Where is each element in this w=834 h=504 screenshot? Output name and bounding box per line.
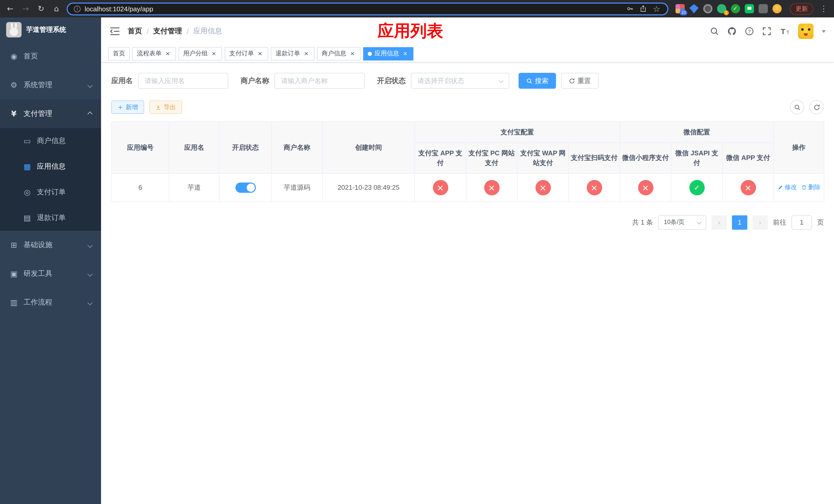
page-unit-label: 页	[817, 217, 824, 227]
tag-home[interactable]: 首页	[108, 47, 130, 60]
sidebar-menu: 首页 系统管理 支付管理 商户信息	[0, 42, 101, 317]
sidebar-item-dev-tools[interactable]: 研发工具	[0, 259, 101, 288]
col-group-wechat: 微信配置	[620, 122, 774, 142]
sidebar-item-merchant-info[interactable]: 商户信息	[0, 128, 101, 154]
page-content: 应用名 商户名称 开启状态 请选择开启状态 搜索	[101, 63, 834, 504]
sidebar-item-infrastructure[interactable]: 基础设施	[0, 231, 101, 259]
sidebar-item-workflow[interactable]: 工作流程	[0, 288, 101, 317]
screen: localhost:1024/pay/app 10 1 更新	[0, 0, 834, 504]
user-dropdown-caret-icon[interactable]	[822, 30, 826, 32]
dark-circle-extension-icon[interactable]	[703, 4, 712, 13]
col-header-merchant: 商户名称	[271, 122, 322, 173]
table-toolbar: 新增 导出	[111, 100, 824, 114]
close-icon[interactable]	[349, 50, 356, 57]
address-bar[interactable]: localhost:1024/pay/app	[67, 2, 668, 15]
blue-gem-extension-icon[interactable]	[689, 4, 699, 13]
edit-link[interactable]: 修改	[777, 183, 797, 192]
yen-icon	[9, 109, 19, 118]
sidebar-item-payment-management[interactable]: 支付管理	[0, 99, 101, 128]
col-header-alipay-qr: 支付宝扫码支付	[569, 142, 620, 173]
table-row: 6 芋道 芋道源码 2021-10-23 08:49:25	[112, 173, 824, 202]
close-icon[interactable]	[257, 50, 264, 57]
home-icon[interactable]	[51, 4, 62, 13]
delete-link[interactable]: 删除	[801, 183, 820, 192]
site-info-icon[interactable]	[74, 5, 81, 12]
sidebar-toggle-button[interactable]	[109, 26, 120, 37]
app-shell: 芋道管理系统 首页 系统管理 支付管理	[0, 18, 834, 504]
close-icon[interactable]	[210, 50, 218, 57]
breadcrumb-home[interactable]: 首页	[128, 27, 142, 36]
cell-wechat-jsapi	[671, 173, 722, 202]
sidebar-item-app-info[interactable]: 应用信息	[0, 154, 101, 180]
app-name-label: 应用名	[111, 76, 133, 85]
goto-page-input[interactable]	[791, 215, 812, 229]
password-key-icon[interactable]	[625, 4, 635, 13]
back-icon[interactable]	[5, 4, 15, 13]
search-icon[interactable]	[710, 26, 719, 36]
export-button[interactable]: 导出	[149, 100, 182, 114]
reset-button[interactable]: 重置	[561, 73, 598, 89]
green-avatar-extension-icon[interactable]: 1	[717, 4, 726, 13]
breadcrumb-payment[interactable]: 支付管理	[153, 27, 182, 36]
status-select[interactable]: 请选择开启状态	[411, 73, 509, 89]
tag-merchant-info[interactable]: 商户信息	[317, 47, 360, 60]
font-size-icon[interactable]: TT	[780, 26, 790, 36]
close-icon[interactable]	[164, 50, 171, 57]
tag-refund-orders[interactable]: 退款订单	[271, 47, 314, 60]
green-square-extension-icon[interactable]	[745, 4, 754, 13]
status-toggle[interactable]	[235, 182, 256, 192]
sidebar-item-home[interactable]: 首页	[0, 42, 101, 71]
browser-chrome: localhost:1024/pay/app 10 1 更新	[0, 0, 834, 18]
chevron-down-icon	[87, 83, 93, 88]
fullscreen-icon[interactable]	[762, 26, 771, 36]
url-text: localhost:1024/pay/app	[85, 5, 153, 13]
cell-actions: 修改 删除	[774, 173, 824, 202]
app-name-input[interactable]	[138, 73, 228, 89]
col-header-app-name: 应用名	[169, 122, 219, 173]
prev-page-button[interactable]	[711, 215, 727, 229]
status-disabled-icon	[638, 180, 653, 195]
user-avatar[interactable]	[798, 24, 813, 39]
puzzle-extension-icon[interactable]	[759, 4, 768, 13]
reload-icon[interactable]	[36, 4, 46, 13]
close-icon[interactable]	[402, 50, 409, 57]
table-tools	[790, 100, 824, 114]
toggle-search-button[interactable]	[790, 100, 804, 114]
sidebar-item-system-management[interactable]: 系统管理	[0, 71, 101, 99]
sidebar: 芋道管理系统 首页 系统管理 支付管理	[0, 18, 101, 504]
emoji-avatar-extension-icon[interactable]	[772, 4, 782, 13]
next-page-button[interactable]	[752, 215, 768, 229]
cell-wechat-app	[722, 173, 774, 202]
page-size-select[interactable]: 10条/页	[658, 215, 706, 229]
page-number-button[interactable]: 1	[732, 215, 747, 229]
page-title-annotation: 应用列表	[377, 20, 443, 43]
add-button[interactable]: 新增	[111, 100, 144, 114]
tag-app-info[interactable]: 应用信息	[363, 47, 413, 60]
col-header-app-id: 应用编号	[112, 122, 169, 173]
cell-app-id: 6	[112, 173, 169, 202]
close-icon[interactable]	[303, 50, 310, 57]
tag-process-form[interactable]: 流程表单	[132, 47, 176, 60]
app-logo[interactable]: 芋道管理系统	[0, 18, 101, 42]
search-button[interactable]: 搜索	[519, 73, 556, 89]
github-icon[interactable]	[727, 26, 737, 36]
tools-icon	[9, 269, 19, 278]
tag-user-group[interactable]: 用户分组	[178, 47, 222, 60]
sidebar-item-refund-orders[interactable]: 退款订单	[0, 205, 101, 231]
refresh-button[interactable]	[809, 100, 824, 114]
browser-menu-icon[interactable]	[819, 4, 829, 13]
browser-update-button[interactable]: 更新	[790, 3, 813, 15]
col-header-wechat-jsapi: 微信 JSAPI 支付	[671, 142, 722, 173]
col-header-wechat-app: 微信 APP 支付	[722, 142, 774, 173]
sidebar-item-payment-orders[interactable]: 支付订单	[0, 180, 101, 205]
help-icon[interactable]: ?	[745, 26, 754, 36]
tag-payment-orders[interactable]: 支付订单	[225, 47, 268, 60]
bookmark-star-icon[interactable]	[652, 4, 661, 13]
forward-icon[interactable]	[21, 4, 31, 13]
chevron-down-icon	[87, 243, 93, 248]
merchant-name-input[interactable]	[275, 73, 365, 89]
cell-alipay-qr	[569, 173, 620, 202]
green-check-extension-icon[interactable]	[731, 4, 740, 13]
pixel-art-extension-icon[interactable]: 10	[676, 4, 685, 13]
share-icon[interactable]	[639, 4, 648, 13]
